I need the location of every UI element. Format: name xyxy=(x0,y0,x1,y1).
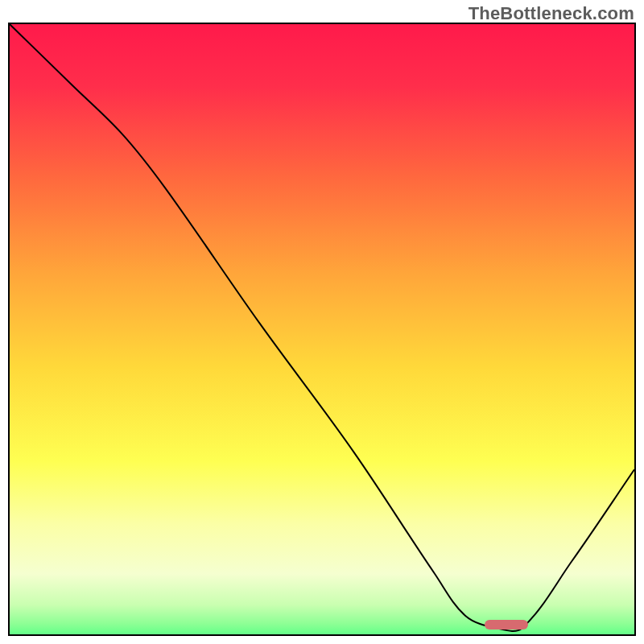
watermark-text: TheBottleneck.com xyxy=(469,3,634,24)
curve-path xyxy=(10,24,634,631)
chart-plot-area xyxy=(8,23,636,636)
minimum-marker xyxy=(485,620,528,630)
bottleneck-curve xyxy=(10,24,634,634)
